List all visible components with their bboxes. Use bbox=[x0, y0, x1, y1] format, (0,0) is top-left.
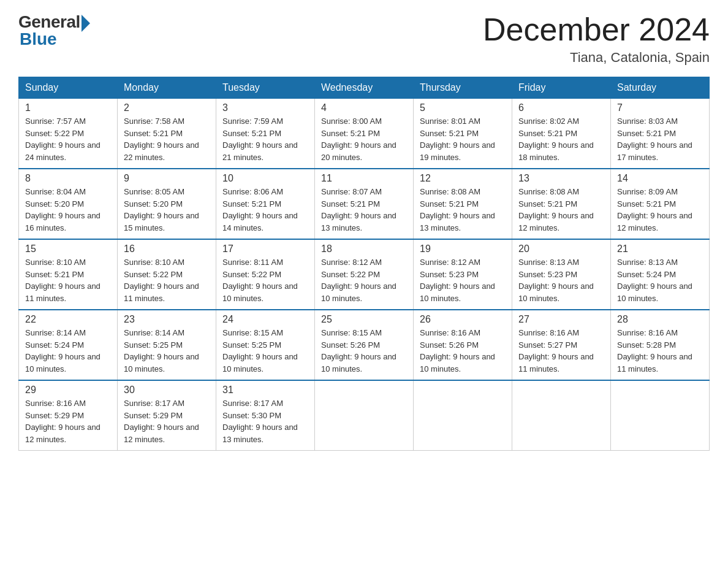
day-number: 9 bbox=[124, 173, 210, 184]
calendar-cell: 20 Sunrise: 8:13 AMSunset: 5:23 PMDaylig… bbox=[512, 239, 611, 310]
day-info: Sunrise: 8:11 AMSunset: 5:22 PMDaylight:… bbox=[222, 256, 308, 304]
calendar-header-tuesday: Tuesday bbox=[216, 77, 315, 99]
day-number: 25 bbox=[321, 314, 407, 325]
day-info: Sunrise: 8:07 AMSunset: 5:21 PMDaylight:… bbox=[321, 186, 407, 234]
calendar-cell bbox=[414, 380, 512, 451]
calendar-cell: 2 Sunrise: 7:58 AMSunset: 5:21 PMDayligh… bbox=[118, 99, 216, 169]
logo-arrow-icon bbox=[82, 15, 90, 32]
day-number: 10 bbox=[222, 173, 308, 184]
day-info: Sunrise: 8:16 AMSunset: 5:26 PMDaylight:… bbox=[420, 327, 506, 375]
day-number: 17 bbox=[222, 243, 308, 255]
day-number: 8 bbox=[25, 173, 111, 184]
day-number: 30 bbox=[124, 385, 210, 396]
logo: General Blue bbox=[18, 12, 90, 49]
calendar-header-thursday: Thursday bbox=[414, 77, 512, 99]
day-info: Sunrise: 8:03 AMSunset: 5:21 PMDaylight:… bbox=[617, 115, 703, 163]
calendar-header-monday: Monday bbox=[118, 77, 216, 99]
calendar-cell: 21 Sunrise: 8:13 AMSunset: 5:24 PMDaylig… bbox=[611, 239, 710, 310]
day-info: Sunrise: 8:08 AMSunset: 5:21 PMDaylight:… bbox=[420, 186, 506, 234]
page-header: General Blue December 2024 Tiana, Catalo… bbox=[18, 12, 710, 66]
calendar-cell: 17 Sunrise: 8:11 AMSunset: 5:22 PMDaylig… bbox=[216, 239, 315, 310]
day-info: Sunrise: 7:59 AMSunset: 5:21 PMDaylight:… bbox=[222, 115, 308, 163]
calendar-table: SundayMondayTuesdayWednesdayThursdayFrid… bbox=[18, 77, 710, 451]
day-number: 16 bbox=[124, 243, 210, 255]
calendar-cell: 8 Sunrise: 8:04 AMSunset: 5:20 PMDayligh… bbox=[19, 169, 118, 239]
day-number: 23 bbox=[124, 314, 210, 325]
calendar-header-sunday: Sunday bbox=[19, 77, 118, 99]
calendar-week-row: 29 Sunrise: 8:16 AMSunset: 5:29 PMDaylig… bbox=[19, 380, 710, 451]
day-info: Sunrise: 8:17 AMSunset: 5:29 PMDaylight:… bbox=[124, 397, 210, 445]
day-number: 24 bbox=[222, 314, 308, 325]
calendar-cell: 6 Sunrise: 8:02 AMSunset: 5:21 PMDayligh… bbox=[512, 99, 611, 169]
day-info: Sunrise: 8:17 AMSunset: 5:30 PMDaylight:… bbox=[222, 397, 308, 445]
day-number: 15 bbox=[25, 243, 111, 255]
day-info: Sunrise: 8:14 AMSunset: 5:25 PMDaylight:… bbox=[124, 327, 210, 375]
day-info: Sunrise: 7:57 AMSunset: 5:22 PMDaylight:… bbox=[25, 115, 111, 163]
day-info: Sunrise: 8:02 AMSunset: 5:21 PMDaylight:… bbox=[518, 115, 604, 163]
calendar-cell: 14 Sunrise: 8:09 AMSunset: 5:21 PMDaylig… bbox=[611, 169, 710, 239]
day-number: 22 bbox=[25, 314, 111, 325]
calendar-week-row: 1 Sunrise: 7:57 AMSunset: 5:22 PMDayligh… bbox=[19, 99, 710, 169]
calendar-cell: 10 Sunrise: 8:06 AMSunset: 5:21 PMDaylig… bbox=[216, 169, 315, 239]
calendar-cell: 18 Sunrise: 8:12 AMSunset: 5:22 PMDaylig… bbox=[315, 239, 414, 310]
calendar-cell: 3 Sunrise: 7:59 AMSunset: 5:21 PMDayligh… bbox=[216, 99, 315, 169]
day-info: Sunrise: 8:15 AMSunset: 5:25 PMDaylight:… bbox=[222, 327, 308, 375]
day-number: 7 bbox=[617, 102, 703, 113]
day-number: 3 bbox=[222, 102, 308, 113]
day-info: Sunrise: 8:13 AMSunset: 5:24 PMDaylight:… bbox=[617, 256, 703, 304]
calendar-header-wednesday: Wednesday bbox=[315, 77, 414, 99]
day-number: 28 bbox=[617, 314, 703, 325]
day-number: 14 bbox=[617, 173, 703, 184]
calendar-cell: 1 Sunrise: 7:57 AMSunset: 5:22 PMDayligh… bbox=[19, 99, 118, 169]
calendar-cell: 23 Sunrise: 8:14 AMSunset: 5:25 PMDaylig… bbox=[118, 310, 216, 380]
calendar-cell: 7 Sunrise: 8:03 AMSunset: 5:21 PMDayligh… bbox=[611, 99, 710, 169]
calendar-cell: 29 Sunrise: 8:16 AMSunset: 5:29 PMDaylig… bbox=[19, 380, 118, 451]
day-number: 26 bbox=[420, 314, 506, 325]
day-info: Sunrise: 8:10 AMSunset: 5:21 PMDaylight:… bbox=[25, 256, 111, 304]
day-number: 6 bbox=[518, 102, 604, 113]
calendar-cell: 15 Sunrise: 8:10 AMSunset: 5:21 PMDaylig… bbox=[19, 239, 118, 310]
calendar-cell: 27 Sunrise: 8:16 AMSunset: 5:27 PMDaylig… bbox=[512, 310, 611, 380]
day-info: Sunrise: 7:58 AMSunset: 5:21 PMDaylight:… bbox=[124, 115, 210, 163]
calendar-cell: 4 Sunrise: 8:00 AMSunset: 5:21 PMDayligh… bbox=[315, 99, 414, 169]
calendar-header-friday: Friday bbox=[512, 77, 611, 99]
calendar-cell: 19 Sunrise: 8:12 AMSunset: 5:23 PMDaylig… bbox=[414, 239, 512, 310]
calendar-cell: 30 Sunrise: 8:17 AMSunset: 5:29 PMDaylig… bbox=[118, 380, 216, 451]
calendar-cell: 9 Sunrise: 8:05 AMSunset: 5:20 PMDayligh… bbox=[118, 169, 216, 239]
calendar-cell: 26 Sunrise: 8:16 AMSunset: 5:26 PMDaylig… bbox=[414, 310, 512, 380]
calendar-header-saturday: Saturday bbox=[611, 77, 710, 99]
day-info: Sunrise: 8:06 AMSunset: 5:21 PMDaylight:… bbox=[222, 186, 308, 234]
day-info: Sunrise: 8:12 AMSunset: 5:23 PMDaylight:… bbox=[420, 256, 506, 304]
day-info: Sunrise: 8:15 AMSunset: 5:26 PMDaylight:… bbox=[321, 327, 407, 375]
day-number: 12 bbox=[420, 173, 506, 184]
day-info: Sunrise: 8:04 AMSunset: 5:20 PMDaylight:… bbox=[25, 186, 111, 234]
day-number: 20 bbox=[518, 243, 604, 255]
calendar-cell bbox=[611, 380, 710, 451]
day-number: 18 bbox=[321, 243, 407, 255]
day-info: Sunrise: 8:01 AMSunset: 5:21 PMDaylight:… bbox=[420, 115, 506, 163]
day-number: 11 bbox=[321, 173, 407, 184]
day-info: Sunrise: 8:05 AMSunset: 5:20 PMDaylight:… bbox=[124, 186, 210, 234]
calendar-cell: 5 Sunrise: 8:01 AMSunset: 5:21 PMDayligh… bbox=[414, 99, 512, 169]
day-info: Sunrise: 8:09 AMSunset: 5:21 PMDaylight:… bbox=[617, 186, 703, 234]
calendar-week-row: 22 Sunrise: 8:14 AMSunset: 5:24 PMDaylig… bbox=[19, 310, 710, 380]
month-title: December 2024 bbox=[483, 12, 710, 47]
calendar-cell: 12 Sunrise: 8:08 AMSunset: 5:21 PMDaylig… bbox=[414, 169, 512, 239]
day-number: 2 bbox=[124, 102, 210, 113]
day-info: Sunrise: 8:08 AMSunset: 5:21 PMDaylight:… bbox=[518, 186, 604, 234]
day-info: Sunrise: 8:16 AMSunset: 5:27 PMDaylight:… bbox=[518, 327, 604, 375]
calendar-cell: 22 Sunrise: 8:14 AMSunset: 5:24 PMDaylig… bbox=[19, 310, 118, 380]
day-number: 21 bbox=[617, 243, 703, 255]
calendar-cell: 13 Sunrise: 8:08 AMSunset: 5:21 PMDaylig… bbox=[512, 169, 611, 239]
day-number: 19 bbox=[420, 243, 506, 255]
title-section: December 2024 Tiana, Catalonia, Spain bbox=[483, 12, 710, 66]
day-number: 31 bbox=[222, 385, 308, 396]
calendar-cell: 11 Sunrise: 8:07 AMSunset: 5:21 PMDaylig… bbox=[315, 169, 414, 239]
calendar-cell: 31 Sunrise: 8:17 AMSunset: 5:30 PMDaylig… bbox=[216, 380, 315, 451]
logo-blue-text: Blue bbox=[20, 29, 57, 49]
day-number: 4 bbox=[321, 102, 407, 113]
day-number: 29 bbox=[25, 385, 111, 396]
day-info: Sunrise: 8:14 AMSunset: 5:24 PMDaylight:… bbox=[25, 327, 111, 375]
calendar-week-row: 15 Sunrise: 8:10 AMSunset: 5:21 PMDaylig… bbox=[19, 239, 710, 310]
day-info: Sunrise: 8:13 AMSunset: 5:23 PMDaylight:… bbox=[518, 256, 604, 304]
